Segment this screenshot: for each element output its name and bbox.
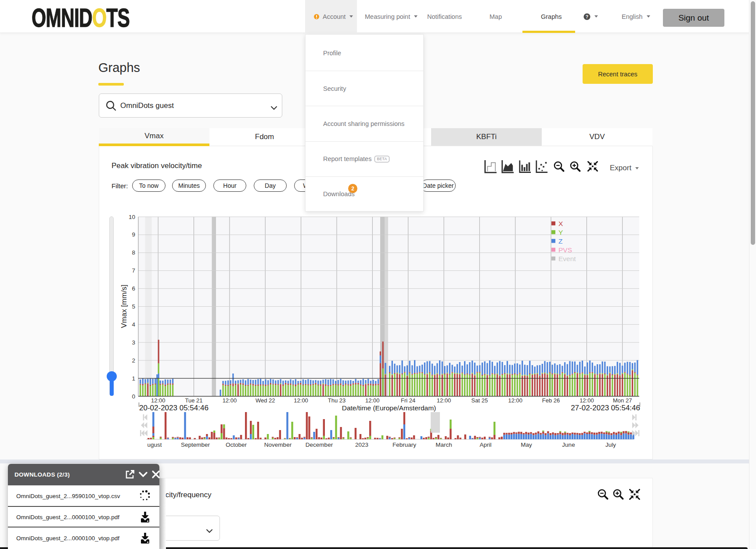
svg-text:Thu 23: Thu 23 <box>328 397 346 404</box>
svg-text:4: 4 <box>132 321 135 328</box>
svg-text:Event: Event <box>558 255 576 262</box>
svg-text:May: May <box>521 441 532 448</box>
svg-text:December: December <box>306 441 333 448</box>
svg-text:20-02-2023 05:54:46: 20-02-2023 05:54:46 <box>139 404 209 412</box>
svg-text:Z: Z <box>558 237 562 245</box>
svg-text:April: April <box>479 441 491 448</box>
svg-text:Mon 27: Mon 27 <box>613 397 632 404</box>
svg-text:Feb 26: Feb 26 <box>542 397 560 404</box>
svg-text:12:00: 12:00 <box>294 397 308 404</box>
svg-text:5: 5 <box>132 303 135 310</box>
svg-text:PVS: PVS <box>558 246 572 254</box>
svg-text:?: ? <box>586 14 588 19</box>
svg-text:1: 1 <box>132 375 135 382</box>
svg-text:8: 8 <box>132 249 135 256</box>
svg-text:Fri 24: Fri 24 <box>401 397 415 404</box>
svg-text:Sat 25: Sat 25 <box>472 397 488 404</box>
svg-text:12:00: 12:00 <box>151 397 166 404</box>
svg-text:10: 10 <box>129 214 135 220</box>
svg-text:March: March <box>436 441 452 448</box>
svg-text:12:00: 12:00 <box>508 397 522 404</box>
svg-text:2: 2 <box>132 357 135 364</box>
svg-text:Date/time (Europe/Amsterdam): Date/time (Europe/Amsterdam) <box>342 404 436 412</box>
svg-text:November: November <box>264 441 292 448</box>
svg-text:12:00: 12:00 <box>437 397 451 404</box>
svg-text:6: 6 <box>132 285 135 292</box>
svg-text:X: X <box>558 220 563 227</box>
svg-text:12:00: 12:00 <box>365 397 380 404</box>
svg-text:September: September <box>181 441 210 448</box>
svg-text:Vmax [mm/s]: Vmax [mm/s] <box>120 284 128 328</box>
svg-text:Wed 22: Wed 22 <box>256 397 275 404</box>
svg-text:9: 9 <box>132 231 135 238</box>
svg-text:27-02-2023 05:54:46: 27-02-2023 05:54:46 <box>571 404 640 412</box>
svg-text:ugust: ugust <box>147 441 162 448</box>
svg-text:June: June <box>562 441 575 448</box>
svg-text:February: February <box>392 441 416 448</box>
svg-text:12:00: 12:00 <box>223 397 237 404</box>
svg-text:0: 0 <box>132 393 135 400</box>
svg-text:October: October <box>226 441 247 448</box>
svg-text:3: 3 <box>132 339 135 346</box>
svg-text:July: July <box>605 441 616 448</box>
svg-text:Tue 21: Tue 21 <box>185 397 203 404</box>
svg-text:12:00: 12:00 <box>580 397 594 404</box>
svg-text:Y: Y <box>558 229 563 236</box>
svg-text:7: 7 <box>132 267 135 274</box>
svg-text:2023: 2023 <box>355 441 368 448</box>
